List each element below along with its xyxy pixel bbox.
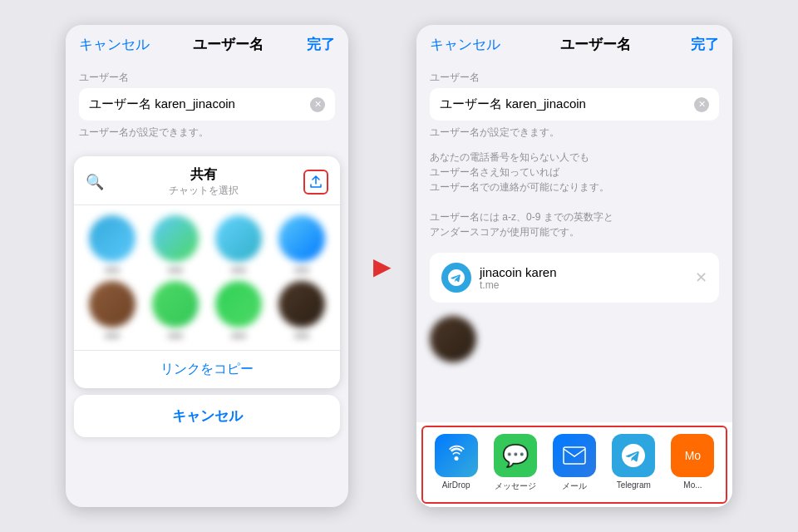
avatar [89,215,135,262]
contact-name: ●●● [277,265,327,274]
contact-item[interactable]: ●●● [84,215,140,274]
right-hint-text: ユーザー名が設定できます。 [430,126,719,140]
share-app-messages[interactable]: 💬 メッセージ [485,434,544,492]
messages-icon: 💬 [494,434,537,477]
contact-item[interactable]: ●●● [210,281,267,340]
left-input-text: ユーザー名 karen_jinacoin [89,96,235,112]
avatar [215,215,262,262]
share-app-mail[interactable]: メール [544,434,603,492]
bottom-share-bar: AirDrop 💬 メッセージ [416,422,732,507]
tg-close-btn[interactable]: ✕ [695,268,707,287]
telegram-card: jinacoin karen t.me ✕ [430,253,719,303]
svg-point-0 [455,457,458,461]
avatar [215,281,262,328]
cancel-btn[interactable]: キャンセル [74,395,340,437]
tg-card-left: jinacoin karen t.me [441,263,557,293]
left-nav-title: ユーザー名 [193,35,264,54]
share-title: 共有 [104,166,303,184]
airdrop-label: AirDrop [442,480,470,490]
contact-item[interactable]: ●●● [84,281,140,340]
blurred-avatar [430,316,476,362]
left-nav-bar: キャンセル ユーザー名 完了 [66,25,348,64]
share-export-btn[interactable] [303,170,328,195]
avatar [278,281,325,328]
left-input-label: ユーザー名 [79,71,335,85]
telegram-app-icon [612,434,655,477]
right-done-btn[interactable]: 完了 [691,35,719,54]
contact-item[interactable]: ●●● [210,215,267,274]
contact-name: ●●● [214,331,264,340]
share-app-more[interactable]: Mo Mo... [663,434,722,492]
share-strip-highlighted: AirDrop 💬 メッセージ [421,426,727,504]
left-input-section: ユーザー名 ユーザー名 karen_jinacoin ✕ ユーザー名が設定できま… [66,64,348,150]
avatar [152,215,199,262]
svg-rect-1 [564,447,585,464]
airdrop-icon [435,434,478,477]
link-copy-btn[interactable]: リンクをコピー [74,350,340,388]
right-input-label: ユーザー名 [430,71,719,85]
right-phone: キャンセル ユーザー名 完了 ユーザー名 ユーザー名 karen_jinacoi… [416,25,732,507]
more-icon: Mo [671,434,714,477]
right-input-section: ユーザー名 ユーザー名 karen_jinacoin ✕ ユーザー名が設定できま… [416,64,732,150]
right-cancel-btn[interactable]: キャンセル [430,35,500,54]
contact-item[interactable]: ●●● [147,281,204,340]
left-hint-text: ユーザー名が設定できます。 [79,126,335,140]
mail-icon [553,434,596,477]
contact-name: ●●● [277,331,327,340]
share-apps-row: AirDrop 💬 メッセージ [423,427,726,502]
left-cancel-btn[interactable]: キャンセル [79,35,150,54]
right-input-field[interactable]: ユーザー名 karen_jinacoin ✕ [430,88,719,121]
avatar [89,281,135,328]
contact-item[interactable]: ●●● [147,215,204,274]
tg-name: jinacoin karen [480,265,557,279]
right-clear-btn[interactable]: ✕ [694,97,709,112]
contact-name: ●●● [87,331,137,340]
tg-card-info: jinacoin karen t.me [480,265,557,291]
telegram-label: Telegram [617,480,651,490]
right-input-text: ユーザー名 karen_jinacoin [440,96,586,112]
arrow-icon: ▶ [373,253,392,280]
contact-name: ●●● [87,265,137,274]
contact-item[interactable]: ●●● [273,281,330,340]
left-input-field[interactable]: ユーザー名 karen_jinacoin ✕ [79,88,335,121]
tg-url: t.me [480,279,557,291]
left-done-btn[interactable]: 完了 [307,35,335,54]
left-phone: キャンセル ユーザー名 完了 ユーザー名 ユーザー名 karen_jinacoi… [66,25,348,507]
left-share-sheet: 🔍 共有 チャットを選択 ●●● [74,156,340,388]
contact-item[interactable]: ●●● [273,215,330,274]
contact-grid: ●●● ●●● ●●● ●●● ●●● [74,205,340,350]
messages-label: メッセージ [495,480,536,492]
share-sheet-header: 🔍 共有 チャットを選択 [74,156,340,205]
right-contact-row [416,309,732,369]
right-nav-bar: キャンセル ユーザー名 完了 [416,25,732,64]
contact-name: ●●● [214,265,264,274]
share-app-airdrop[interactable]: AirDrop [426,434,485,492]
mail-label: メール [562,480,587,492]
right-extra-info: あなたの電話番号を知らない人でもユーザー名さえ知っていればユーザー名での連絡が可… [416,150,732,246]
contact-name: ●●● [150,331,200,340]
avatar [278,215,325,262]
right-nav-title: ユーザー名 [560,35,631,54]
search-icon[interactable]: 🔍 [86,173,104,191]
left-clear-btn[interactable]: ✕ [310,97,325,112]
share-title-block: 共有 チャットを選択 [104,166,303,198]
share-app-telegram[interactable]: Telegram [604,434,663,492]
telegram-icon [441,263,471,293]
share-subtitle: チャットを選択 [104,184,303,198]
avatar [152,281,199,328]
more-label: Mo... [683,480,702,490]
contact-name: ●●● [150,265,200,274]
